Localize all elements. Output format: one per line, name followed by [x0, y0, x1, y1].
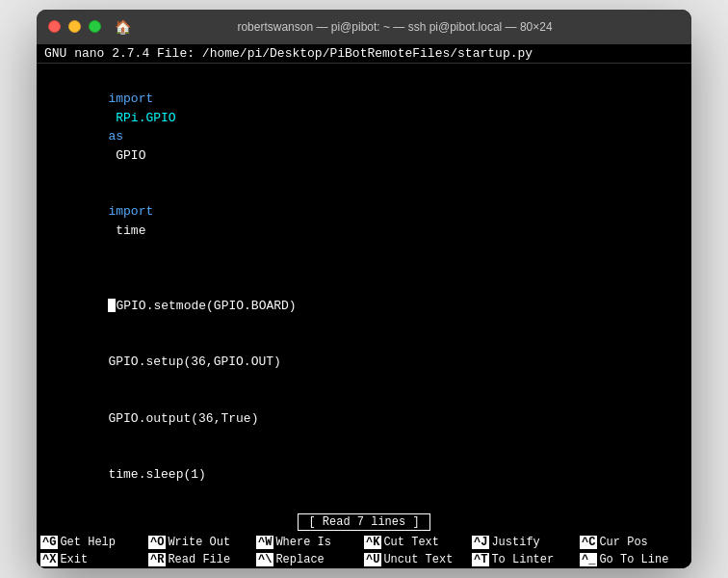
minimize-button[interactable]	[68, 20, 81, 33]
shortcut-cur-pos[interactable]: ^C Cur Pos	[580, 536, 688, 549]
shortcut-where-is[interactable]: ^W Where Is	[256, 536, 364, 549]
label-to-linter: To Linter	[491, 553, 554, 566]
traffic-lights	[48, 20, 101, 33]
key-exit: ^X	[40, 553, 58, 566]
code-line-blank	[48, 259, 680, 278]
key-uncut-text: ^U	[364, 553, 381, 566]
label-write-out: Write Out	[168, 536, 230, 549]
setup-call: GPIO.setup(36,GPIO.OUT)	[108, 355, 280, 369]
shortcut-to-linter[interactable]: ^T To Linter	[472, 553, 580, 566]
key-write-out: ^O	[148, 536, 166, 549]
shortcut-get-help[interactable]: ^G Get Help	[40, 536, 148, 549]
key-read-file: ^R	[148, 553, 166, 566]
titlebar: 🏠 robertswanson — pi@pibot: ~ — ssh pi@p…	[37, 10, 691, 44]
alias-gpio: GPIO	[108, 148, 145, 163]
output-call: GPIO.output(36,True)	[108, 411, 258, 426]
shortcut-justify[interactable]: ^J Justify	[472, 536, 580, 549]
label-cur-pos: Cur Pos	[599, 536, 647, 549]
shortcut-exit[interactable]: ^X Exit	[40, 553, 148, 566]
shortcut-go-to-line[interactable]: ^_ Go To Line	[580, 553, 688, 566]
keyword-import2: import	[108, 204, 153, 219]
shortcut-uncut-text[interactable]: ^U Uncut Text	[364, 553, 472, 566]
label-go-to-line: Go To Line	[599, 553, 668, 566]
window-title: robertswanson — pi@pibot: ~ — ssh pi@pib…	[110, 20, 680, 34]
shortcut-bar: ^G Get Help ^O Write Out ^W Where Is ^K …	[37, 534, 691, 568]
key-replace: ^\	[256, 553, 273, 566]
nano-header-text: GNU nano 2.7.4 File: /home/pi/Desktop/Pi…	[44, 46, 533, 61]
shortcut-write-out[interactable]: ^O Write Out	[148, 536, 256, 549]
keyword-import: import	[108, 92, 153, 106]
code-line-1: import RPi.GPIO as GPIO	[48, 71, 680, 184]
key-to-linter: ^T	[472, 553, 489, 566]
key-where-is: ^W	[256, 536, 273, 549]
label-uncut-text: Uncut Text	[383, 553, 453, 566]
shortcut-replace[interactable]: ^\ Replace	[256, 553, 364, 566]
label-read-file: Read File	[168, 553, 230, 566]
key-cut-text: ^K	[364, 536, 381, 549]
shortcut-cut-text[interactable]: ^K Cut Text	[364, 536, 472, 549]
code-line-2: import time	[48, 184, 680, 259]
label-justify: Justify	[491, 536, 539, 549]
nano-header: GNU nano 2.7.4 File: /home/pi/Desktop/Pi…	[37, 44, 691, 64]
label-cut-text: Cut Text	[383, 536, 439, 549]
setmode-call: GPIO.setmode(GPIO.BOARD)	[116, 299, 296, 313]
shortcut-row-1: ^G Get Help ^O Write Out ^W Where Is ^K …	[37, 534, 691, 551]
key-get-help: ^G	[40, 536, 58, 549]
label-exit: Exit	[60, 553, 88, 566]
code-area[interactable]: import RPi.GPIO as GPIO import time GPIO…	[37, 64, 691, 512]
shortcut-read-file[interactable]: ^R Read File	[148, 553, 256, 566]
shortcut-row-2: ^X Exit ^R Read File ^\ Replace ^U Uncut…	[37, 551, 691, 568]
label-where-is: Where Is	[275, 536, 331, 549]
code-line-3: GPIO.setmode(GPIO.BOARD)	[48, 277, 680, 334]
key-go-to-line: ^_	[580, 553, 597, 566]
module-gpio: RPi.GPIO	[108, 111, 183, 125]
code-line-5: GPIO.output(36,True)	[48, 390, 680, 447]
terminal-body[interactable]: GNU nano 2.7.4 File: /home/pi/Desktop/Pi…	[37, 44, 691, 569]
key-justify: ^J	[472, 536, 489, 549]
code-line-4: GPIO.setup(36,GPIO.OUT)	[48, 334, 680, 391]
code-line-6: time.sleep(1)	[48, 447, 680, 504]
status-bar: [ Read 7 lines ]	[37, 511, 691, 534]
label-get-help: Get Help	[60, 536, 116, 549]
sleep-call: time.sleep(1)	[108, 467, 205, 482]
close-button[interactable]	[48, 20, 61, 33]
terminal-window: 🏠 robertswanson — pi@pibot: ~ — ssh pi@p…	[37, 10, 691, 569]
label-replace: Replace	[275, 553, 324, 566]
status-message: [ Read 7 lines ]	[298, 513, 429, 531]
module-time: time	[108, 223, 145, 238]
keyword-as: as	[108, 129, 123, 144]
key-cur-pos: ^C	[580, 536, 597, 549]
maximize-button[interactable]	[89, 20, 101, 33]
